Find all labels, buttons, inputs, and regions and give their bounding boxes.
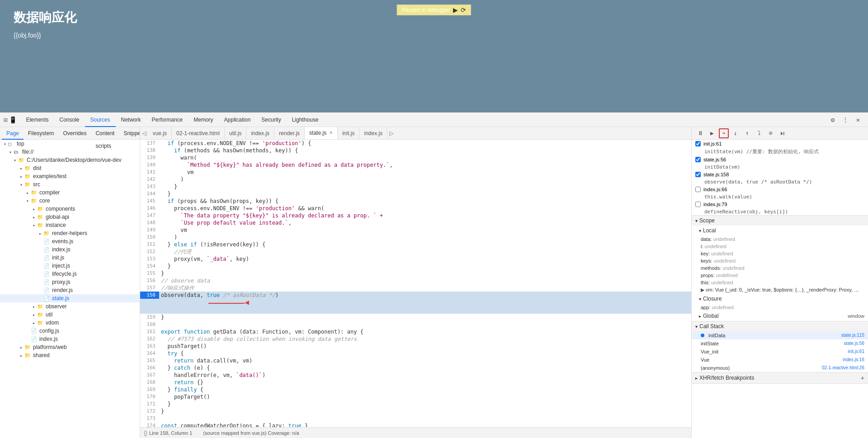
tree-item-render[interactable]: ▸ 📄 render.js bbox=[0, 286, 140, 294]
src-tab-page[interactable]: Page bbox=[2, 127, 24, 140]
cs-item-initdata[interactable]: initData state.js:115 bbox=[692, 331, 868, 339]
file-tab-state[interactable]: state.js ✕ bbox=[305, 127, 338, 140]
tree-item-config[interactable]: ▸ 📄 config.js bbox=[0, 327, 140, 335]
tree-item-index[interactable]: ▸ 📄 index.js bbox=[0, 245, 140, 254]
bp-item-statejs56[interactable]: state.js:56 bbox=[692, 155, 868, 164]
play-icon[interactable]: ▶ bbox=[453, 6, 458, 14]
code-line-146: 146 process.env.NODE_ENV !== 'production… bbox=[140, 205, 691, 212]
tree-item-vue-dev[interactable]: ▾ 📁 C:/Users/danke/Desktop/demo/vue-dev bbox=[0, 156, 140, 164]
inspect-icon[interactable]: ⊡ bbox=[4, 116, 7, 123]
code-line-153: 153 proxy(vm, `_data`, key) bbox=[140, 255, 691, 263]
tab-application[interactable]: Application bbox=[219, 113, 256, 127]
src-tab-filesystem[interactable]: Filesystem bbox=[24, 127, 58, 140]
tree-item-examples[interactable]: ▸ 📁 examples/test bbox=[0, 172, 140, 180]
bp-item-indexjs66[interactable]: index.js:66 bbox=[692, 185, 868, 193]
more-icon[interactable]: ⋮ bbox=[839, 113, 852, 126]
tree-item-components[interactable]: ▸ 📁 components bbox=[0, 205, 140, 213]
tree-item-inject[interactable]: ▸ 📄 inject.js bbox=[0, 262, 140, 270]
tab-performance[interactable]: Performance bbox=[146, 113, 189, 127]
dbg-resume-btn[interactable]: ▶ bbox=[707, 128, 717, 138]
dbg-step-btn[interactable]: ⤵ bbox=[754, 128, 764, 138]
src-tab-content-scripts[interactable]: Content scripts bbox=[91, 127, 119, 140]
code-line-140: 140 `Method "${key}" has already been de… bbox=[140, 161, 691, 169]
tree-item-lifecycle[interactable]: ▸ 📄 lifecycle.js bbox=[0, 270, 140, 278]
bp-item-init-js61[interactable]: init.js:61 bbox=[692, 140, 868, 148]
tree-item-render-helpers[interactable]: ▸ 📁 render-helpers bbox=[0, 229, 140, 237]
tab-close-state[interactable]: ✕ bbox=[329, 127, 333, 139]
file-tab-index2[interactable]: index.js bbox=[359, 127, 387, 140]
cs-item-initstate[interactable]: initState state.js:56 bbox=[692, 339, 868, 348]
bp-item-indexjs79[interactable]: index.js:79 bbox=[692, 200, 868, 208]
scope-vm[interactable]: ▶ vm: Vue {_uid: 0, _isVue: true, $optio… bbox=[692, 286, 868, 294]
code-line-169: 169 } finally { bbox=[140, 386, 691, 393]
dbg-step-out-btn[interactable]: ↑ bbox=[742, 128, 752, 138]
close-icon[interactable]: ✕ bbox=[852, 113, 864, 126]
file-tab-init[interactable]: init.js bbox=[338, 127, 359, 140]
tree-item-util[interactable]: ▸ 📁 util bbox=[0, 311, 140, 319]
bp-label-indexjs79: index.js:79 bbox=[703, 202, 727, 207]
tab-lighthouse[interactable]: Lighthouse bbox=[287, 113, 324, 127]
file-tab-reactive[interactable]: 02-1-reactive.html bbox=[172, 127, 225, 140]
tree-item-platforms[interactable]: ▸ 📁 platforms/web bbox=[0, 343, 140, 351]
tab-elements[interactable]: Elements bbox=[20, 113, 54, 127]
tree-item-instance[interactable]: ▾ 📁 instance bbox=[0, 221, 140, 229]
src-tab-overrides[interactable]: Overrides bbox=[58, 127, 91, 140]
scope-header[interactable]: ▾ Scope bbox=[692, 216, 868, 226]
call-stack-header[interactable]: ▾ Call Stack bbox=[692, 321, 868, 331]
tab-console[interactable]: Console bbox=[54, 113, 85, 127]
step-icon[interactable]: ⟳ bbox=[461, 6, 466, 14]
tree-item-global-api[interactable]: ▸ 📁 global-api bbox=[0, 213, 140, 221]
tree-item-index2[interactable]: ▸ 📄 index.js bbox=[0, 335, 140, 343]
global-header[interactable]: ▸ Global window bbox=[692, 311, 868, 321]
bp-item-statejs158[interactable]: state.js:158 bbox=[692, 170, 868, 179]
code-line-170: 170 popTarget() bbox=[140, 393, 691, 400]
device-icon[interactable]: 📱 bbox=[9, 116, 17, 123]
cs-item-anonymous[interactable]: (anonymous) 02-1-reactive.html:26 bbox=[692, 364, 868, 372]
file-tab-util[interactable]: util.js bbox=[225, 127, 246, 140]
src-tab-snippets[interactable]: Snippets bbox=[119, 127, 140, 140]
bp-checkbox-indexjs66[interactable] bbox=[695, 187, 701, 192]
code-view[interactable]: 137 if (process.env.NODE_ENV !== 'produc… bbox=[140, 140, 691, 427]
local-header[interactable]: ▾ Local bbox=[692, 226, 868, 235]
tab-memory[interactable]: Memory bbox=[188, 113, 218, 127]
tree-item-compiler[interactable]: ▸ 📁 compiler bbox=[0, 188, 140, 197]
dbg-pause-exceptions-btn[interactable]: ⏯ bbox=[778, 128, 788, 138]
code-line-145: 145 if (props && hasOwn(props, key)) { bbox=[140, 198, 691, 205]
tree-item-file[interactable]: ▾ 🗁 file:// bbox=[0, 148, 140, 156]
tree-item-state[interactable]: ▸ 📄 state.js bbox=[0, 294, 140, 302]
tree-item-core[interactable]: ▾ 📁 core bbox=[0, 197, 140, 205]
dbg-deactivate-btn[interactable]: ⊘ bbox=[766, 128, 776, 138]
dbg-pause-btn[interactable]: ⏸ bbox=[695, 128, 705, 138]
tab-network[interactable]: Network bbox=[116, 113, 146, 127]
tree-item-proxy[interactable]: ▸ 📄 proxy.js bbox=[0, 278, 140, 286]
bp-checkbox-statejs56[interactable] bbox=[695, 157, 701, 162]
xhr-breakpoints-header[interactable]: ▸ XHR/fetch Breakpoints + bbox=[692, 372, 868, 383]
bp-detail-state158: observe(data, true /* asRootData */) bbox=[692, 179, 868, 185]
tree-item-top[interactable]: ▾ □ top bbox=[0, 140, 140, 148]
tree-item-init[interactable]: ▸ 📄 init.js bbox=[0, 254, 140, 262]
tree-item-src[interactable]: ▾ 📁 src bbox=[0, 180, 140, 188]
file-tab-vue[interactable]: vue.js bbox=[148, 127, 172, 140]
cs-item-vueinit[interactable]: Vue_init init.js:61 bbox=[692, 348, 868, 356]
bp-checkbox-initjs61[interactable] bbox=[695, 141, 701, 146]
tab-security[interactable]: Security bbox=[256, 113, 286, 127]
debugger-bar: Paused in debugger ▶ ⟳ bbox=[397, 5, 471, 15]
dbg-step-over-btn[interactable]: ↷ bbox=[719, 128, 729, 138]
tree-item-vdom[interactable]: ▸ 📁 vdom bbox=[0, 319, 140, 327]
file-tab-index[interactable]: index.js bbox=[246, 127, 274, 140]
add-xhr-breakpoint-icon[interactable]: + bbox=[861, 374, 864, 381]
tree-item-dist[interactable]: ▸ 📁 dist bbox=[0, 164, 140, 172]
tree-item-shared[interactable]: ▸ 📁 shared bbox=[0, 351, 140, 359]
collapse-icon[interactable]: ◁ bbox=[140, 129, 148, 137]
tree-item-observer[interactable]: ▸ 📁 observer bbox=[0, 302, 140, 311]
tree-item-events[interactable]: ▸ 📄 events.js bbox=[0, 237, 140, 245]
bp-checkbox-statejs158[interactable] bbox=[695, 172, 701, 177]
cs-item-vue[interactable]: Vue index.js:16 bbox=[692, 356, 868, 364]
file-tab-render[interactable]: render.js bbox=[274, 127, 305, 140]
bp-checkbox-indexjs79[interactable] bbox=[695, 202, 701, 207]
settings-icon[interactable]: ⚙ bbox=[826, 113, 839, 126]
tab-sources[interactable]: Sources bbox=[85, 113, 116, 127]
dbg-step-into-btn[interactable]: ↓ bbox=[731, 128, 741, 138]
expand-icon[interactable]: ▷ bbox=[387, 129, 396, 137]
closure-header[interactable]: ▾ Closure bbox=[692, 294, 868, 304]
